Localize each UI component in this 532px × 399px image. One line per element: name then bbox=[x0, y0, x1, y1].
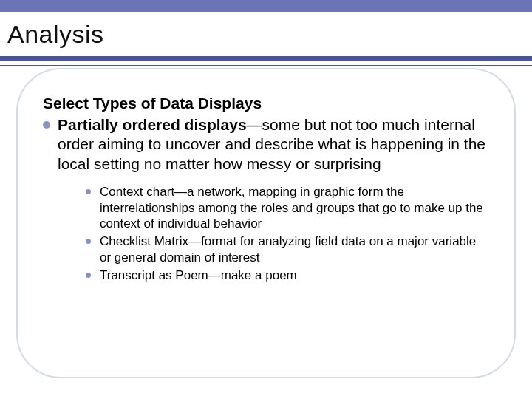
bullet-label: Partially ordered displays bbox=[58, 116, 247, 133]
bullet-icon bbox=[86, 273, 91, 278]
sub-bullet-text: Context chart—a network, mapping in grap… bbox=[100, 184, 489, 232]
sub-bullet-list: Context chart—a network, mapping in grap… bbox=[86, 184, 489, 284]
slide-title: Analysis bbox=[7, 20, 104, 49]
top-color-band bbox=[0, 0, 532, 12]
bullet-level2: Context chart—a network, mapping in grap… bbox=[86, 184, 489, 232]
bullet-level1: Partially ordered displays—some but not … bbox=[43, 115, 489, 174]
title-underline-thick bbox=[0, 56, 532, 61]
title-area: Analysis bbox=[7, 12, 532, 56]
bullet-level2: Transcript as Poem—make a poem bbox=[86, 267, 489, 284]
bullet-level2: Checklist Matrix—format for analyzing fi… bbox=[86, 233, 489, 266]
sub-bullet-text: Checklist Matrix—format for analyzing fi… bbox=[100, 233, 489, 266]
title-underline-thin bbox=[0, 65, 532, 66]
bullet-icon bbox=[86, 239, 91, 244]
sub-bullet-text: Transcript as Poem—make a poem bbox=[100, 267, 297, 284]
bullet-level1-text: Partially ordered displays—some but not … bbox=[58, 115, 489, 174]
bullet-icon bbox=[86, 189, 91, 194]
bullet-icon bbox=[43, 121, 50, 129]
section-heading: Select Types of Data Displays bbox=[43, 95, 489, 112]
content-frame: Select Types of Data Displays Partially … bbox=[16, 68, 516, 378]
